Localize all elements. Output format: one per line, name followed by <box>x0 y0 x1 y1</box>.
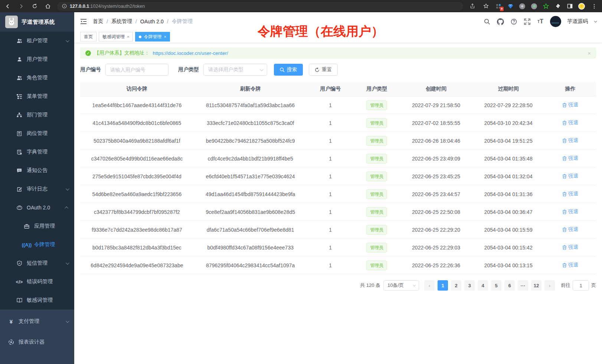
sidebar-item-report[interactable]: 报表设计器 <box>0 332 74 353</box>
sidebar-item-tenant[interactable]: 租户管理 <box>0 32 74 50</box>
green-star-extension-icon[interactable] <box>543 3 549 10</box>
share-icon[interactable] <box>468 2 477 10</box>
tab-home[interactable]: 首页 <box>80 32 96 42</box>
kebab-menu-icon[interactable] <box>590 2 598 10</box>
refresh-token-cell: 9ce8ef2aa9f14056b831ae9b608e28d5 <box>194 209 307 215</box>
expires-time-cell: 2054-03-04 19:51:25 <box>472 138 544 144</box>
force-logout-button[interactable]: 强退 <box>562 173 578 179</box>
table-row: c342377bf8b344799dcbf7bf095287f2 9ce8ef2… <box>80 203 596 221</box>
user-type-cell: 管理员 <box>354 100 400 110</box>
force-logout-button[interactable]: 强退 <box>562 102 578 108</box>
home-icon[interactable] <box>44 2 52 10</box>
user-avatar[interactable] <box>550 16 561 27</box>
user-type-cell: 管理员 <box>354 136 400 146</box>
total-count: 共 120 条 <box>360 282 380 289</box>
access-token-cell: 54d6be82ee5a460a9aedc1f9bf223656 <box>80 191 194 197</box>
extension-badge: 9 <box>500 7 504 11</box>
gem-extension-icon[interactable] <box>507 3 514 10</box>
profile-avatar[interactable]: ᵕ <box>578 3 585 10</box>
tab-sensitive-word[interactable]: 敏感词管理× <box>99 32 133 42</box>
sidebar-item-role[interactable]: 角色管理 <box>0 69 74 87</box>
page-button-1[interactable]: 1 <box>438 280 448 291</box>
sidebar-item-dict[interactable]: 字典管理 <box>0 143 74 161</box>
sidebar-collapse-icon[interactable] <box>80 18 88 25</box>
record-extension-icon[interactable] <box>531 3 537 10</box>
tab-token[interactable]: 令牌管理× <box>135 32 170 42</box>
sidebar-item-audit[interactable]: 审计日志 <box>0 180 74 198</box>
sidebar-item-errcode[interactable]: </> 错误码管理 <box>0 272 74 291</box>
page-button-3[interactable]: 3 <box>464 280 475 291</box>
fullscreen-icon[interactable] <box>523 18 531 25</box>
sidebar-item-oauth[interactable]: OAuth 2.0 <box>0 198 74 217</box>
font-size-icon[interactable]: TT <box>537 18 544 25</box>
page-button-6[interactable]: 6 <box>504 280 515 291</box>
force-logout-button[interactable]: 强退 <box>562 191 578 197</box>
page-ellipsis[interactable]: ··· <box>518 280 528 291</box>
force-logout-button[interactable]: 强退 <box>562 137 578 144</box>
user-id-cell: 1 <box>307 262 354 268</box>
extension-grid-icon[interactable]: 9 <box>495 3 502 10</box>
sidebar-item-menu[interactable]: 菜单管理 <box>0 87 74 106</box>
force-logout-button[interactable]: 强退 <box>562 155 578 162</box>
breadcrumb-home[interactable]: 首页 <box>93 18 103 25</box>
pinwheel-extension-icon[interactable]: ✻ <box>519 3 526 10</box>
user-id-cell: 1 <box>307 191 354 197</box>
access-token-cell: 41c41346a548490f9dc8b01c6bfe0865 <box>80 120 194 126</box>
search-icon[interactable] <box>483 18 491 25</box>
back-icon[interactable] <box>4 2 12 10</box>
force-logout-button[interactable]: 强退 <box>562 226 578 233</box>
bookmark-star-icon[interactable] <box>482 2 490 10</box>
alert-doc-link[interactable]: https://doc.iocoder.cn/user-center/ <box>153 50 228 56</box>
sidebar-item-sensitive[interactable]: 敏感词管理 <box>0 291 74 310</box>
side-panel-icon[interactable] <box>566 3 573 10</box>
chevron-down-icon <box>66 187 69 191</box>
access-token-cell: f9336e7c7dd242a283ee98dc86b17a87 <box>80 227 194 233</box>
force-logout-button[interactable]: 强退 <box>562 262 578 268</box>
close-icon[interactable]: × <box>164 34 166 39</box>
close-icon[interactable]: × <box>127 34 129 39</box>
prev-page-button[interactable]: ‹ <box>424 280 435 291</box>
chevron-down-icon <box>413 283 416 286</box>
created-time-cell: 2022-06-25 22:26:36 <box>400 262 472 268</box>
sidebar-item-pay[interactable]: ¥ 支付管理 <box>0 311 74 332</box>
page-button-4[interactable]: 4 <box>478 280 488 291</box>
org-chart-icon <box>16 113 22 118</box>
user-id-input[interactable] <box>105 64 169 76</box>
sidebar-item-notice[interactable]: 通知公告 <box>0 161 74 180</box>
username[interactable]: 芋道源码 <box>567 18 588 25</box>
alert-close-icon[interactable]: × <box>588 50 591 56</box>
reset-button[interactable]: 重置 <box>309 64 338 76</box>
user-caret-icon[interactable] <box>594 19 597 22</box>
page-button-5[interactable]: 5 <box>491 280 501 291</box>
page-size-select[interactable]: 10条/页 <box>383 280 419 291</box>
url-bar[interactable]: 127.0.0.1:1024/system/oauth2/token <box>57 2 463 11</box>
force-logout-button[interactable]: 强退 <box>562 208 578 215</box>
sidebar-item-oauth-app[interactable]: 应用管理 <box>0 217 74 235</box>
edit-note-icon <box>16 187 22 192</box>
access-token-cell: b0d1785bc3a8482f812db4a3f3bd15ec <box>80 245 194 251</box>
sidebar-item-user[interactable]: 用户管理 <box>0 50 74 69</box>
chat-bubble-icon <box>16 168 22 173</box>
table-row: f9336e7c7dd242a283ee98dc86b17a87 dfa6c71… <box>80 221 596 239</box>
sidebar-item-sms[interactable]: 短信管理 <box>0 254 74 272</box>
search-button[interactable]: 搜索 <box>274 64 303 76</box>
sidebar-item-post[interactable]: 岗位管理 <box>0 124 74 143</box>
page-button-12[interactable]: 12 <box>531 280 542 291</box>
breadcrumb-system[interactable]: 系统管理 <box>111 18 132 25</box>
breadcrumb-oauth[interactable]: OAuth 2.0 <box>140 19 164 24</box>
alert-text: 【用户体系】文档地址： <box>94 50 150 56</box>
puzzle-extension-icon[interactable] <box>554 3 561 10</box>
force-logout-button[interactable]: 强退 <box>562 119 578 126</box>
user-type-select[interactable]: 请选择用户类型 <box>203 64 267 76</box>
sidebar-item-dept[interactable]: 部门管理 <box>0 106 74 124</box>
next-page-button[interactable]: › <box>544 280 555 291</box>
help-icon[interactable] <box>510 18 517 25</box>
goto-page-input[interactable] <box>573 280 589 291</box>
page-button-2[interactable]: 2 <box>451 280 461 291</box>
sidebar-item-oauth-token[interactable]: ((A)) 令牌管理 <box>0 235 74 254</box>
reload-icon[interactable] <box>30 2 39 10</box>
site-info-icon[interactable] <box>62 2 67 10</box>
forward-icon[interactable] <box>17 2 25 10</box>
force-logout-button[interactable]: 强退 <box>562 244 578 251</box>
github-icon[interactable] <box>497 18 504 25</box>
